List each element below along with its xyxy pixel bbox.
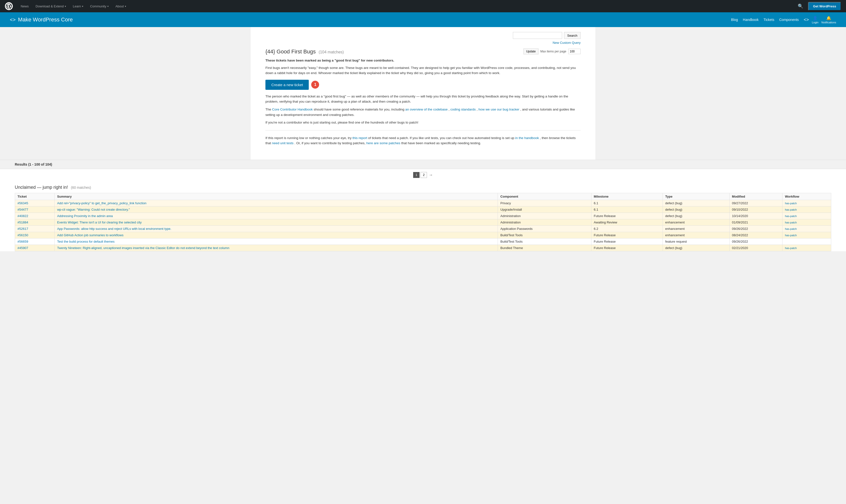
ticket-type: defect (bug) <box>663 213 729 219</box>
ticket-number: #56150 <box>15 232 55 238</box>
ticket-modified: 02/21/2020 <box>729 245 782 251</box>
unclaimed-title-row: Unclaimed — jump right in! (60 matches) <box>15 185 831 190</box>
desc-section-2: The person who marked the ticket as a "g… <box>265 94 581 125</box>
page-2-button[interactable]: 2 <box>421 172 427 178</box>
ticket-type: enhancement <box>663 226 729 232</box>
create-ticket-button[interactable]: Create a new ticket <box>265 80 309 90</box>
ticket-link[interactable]: #56659 <box>17 240 28 244</box>
ticket-title-area: {44} Good First Bugs (104 matches) <box>265 49 344 55</box>
unclaimed-section: Unclaimed — jump right in! (60 matches) … <box>0 181 846 251</box>
ticket-type: feature request <box>663 238 729 245</box>
ticket-link[interactable]: #45907 <box>17 246 28 250</box>
workflow-badge: has-patch <box>785 234 797 237</box>
ticket-summary: Twenty Nineteen: Right-aligned, uncaptio… <box>54 245 498 251</box>
need-unit-tests-link[interactable]: need unit tests <box>272 141 294 145</box>
summary-link[interactable]: Events Widget: There isn't a UI for clea… <box>57 220 142 224</box>
summary-link[interactable]: App Passwords: allow http success and re… <box>57 227 171 231</box>
max-items-label: Max items per page <box>541 50 566 53</box>
ticket-number: #56345 <box>15 200 55 206</box>
ticket-number: #51884 <box>15 219 55 226</box>
nav-item-download[interactable]: Download & Extend ▾ <box>33 0 69 12</box>
core-contributor-handbook-link[interactable]: Core Contributor Handbook <box>272 108 313 111</box>
make-nav-handbook[interactable]: Handbook <box>743 18 759 22</box>
desc-bold: These tickets have been marked as being … <box>265 58 581 63</box>
summary-link[interactable]: Add rel="privacy-policy" to get_the_priv… <box>57 201 146 205</box>
ticket-title: {44} Good First Bugs <box>265 49 316 55</box>
search-button[interactable]: Search <box>564 32 581 39</box>
next-page-arrow[interactable]: → <box>429 173 433 177</box>
table-row: #56659Test the build process for default… <box>15 238 831 245</box>
ticket-component: Application Passwords <box>498 226 591 232</box>
ticket-number: #54477 <box>15 206 55 213</box>
ticket-type: enhancement <box>663 232 729 238</box>
this-report-link[interactable]: this report <box>352 136 367 140</box>
update-button[interactable]: Update <box>524 49 539 54</box>
nav-item-community[interactable]: Community ▾ <box>87 0 111 12</box>
nav-item-learn[interactable]: Learn ▾ <box>70 0 86 12</box>
ticket-modified: 01/09/2021 <box>729 219 782 226</box>
ticket-header: {44} Good First Bugs (104 matches) Updat… <box>265 49 581 55</box>
nav-right: 🔍 Get WordPress <box>796 1 841 11</box>
table-row: #54477wp-cli vague: "Warning: Could not … <box>15 206 831 213</box>
summary-link[interactable]: wp-cli vague: "Warning: Could not create… <box>57 208 130 211</box>
ticket-tbody: #56345Add rel="privacy-policy" to get_th… <box>15 200 831 251</box>
search-icon[interactable]: 🔍 <box>796 1 805 11</box>
max-items-input[interactable] <box>568 49 581 54</box>
make-nav-tickets[interactable]: Tickets <box>763 18 774 22</box>
coding-standards-link[interactable]: coding standards <box>450 108 476 111</box>
nav-items: News Download & Extend ▾ Learn ▾ Communi… <box>18 0 796 12</box>
handbook-link[interactable]: in the handbook <box>515 136 539 140</box>
ticket-workflow <box>782 238 831 245</box>
notifications-link[interactable]: 🔔 Notifications <box>822 16 836 24</box>
ticket-number: #40822 <box>15 213 55 219</box>
login-link[interactable]: 👤 Login <box>812 16 818 24</box>
chevron-down-icon: ▾ <box>82 5 83 7</box>
desc-para-4: If you're not a contributor who is just … <box>265 120 581 125</box>
make-title: <> Make WordPress Core <box>10 17 731 23</box>
ticket-component: Build/Test Tools <box>498 232 591 238</box>
ticket-workflow: has-patch <box>782 200 831 206</box>
workflow-badge: has-patch <box>785 247 797 250</box>
ticket-milestone: Future Release <box>591 232 663 238</box>
nav-item-about[interactable]: About ▾ <box>112 0 129 12</box>
new-custom-query-link[interactable]: New Custom Query <box>265 41 581 44</box>
top-navigation: News Download & Extend ▾ Learn ▾ Communi… <box>0 0 846 12</box>
summary-link[interactable]: Twenty Nineteen: Right-aligned, uncaptio… <box>57 246 229 250</box>
summary-link[interactable]: Addressing Proximity in the admin area <box>57 214 113 218</box>
desc-section-3: If this report is running low or nothing… <box>265 136 581 146</box>
make-nav-blog[interactable]: Blog <box>731 18 738 22</box>
ticket-link[interactable]: #51884 <box>17 220 28 224</box>
patches-link[interactable]: here are some patches <box>366 141 400 145</box>
page-1-button[interactable]: 1 <box>413 172 420 178</box>
wordpress-logo[interactable] <box>5 2 13 10</box>
ticket-milestone: 6.1 <box>591 200 663 206</box>
ticket-summary: Test the build process for default theme… <box>54 238 498 245</box>
ticket-summary: Events Widget: There isn't a UI for clea… <box>54 219 498 226</box>
ticket-link[interactable]: #56150 <box>17 233 28 237</box>
ticket-milestone: 6.1 <box>591 206 663 213</box>
table-row: #52617App Passwords: allow http success … <box>15 226 831 232</box>
ticket-matches: (104 matches) <box>319 50 344 54</box>
ticket-link[interactable]: #52617 <box>17 227 28 231</box>
overview-codebase-link[interactable]: an overview of the codebase <box>405 108 447 111</box>
ticket-milestone: Awaiting Review <box>591 219 663 226</box>
ticket-link[interactable]: #54477 <box>17 208 28 211</box>
summary-link[interactable]: Test the build process for default theme… <box>57 240 114 244</box>
ticket-workflow: has-patch <box>782 219 831 226</box>
ticket-link[interactable]: #40822 <box>17 214 28 218</box>
ticket-modified: 09/10/2022 <box>729 206 782 213</box>
ticket-component: Administration <box>498 213 591 219</box>
get-wordpress-button[interactable]: Get WordPress <box>808 2 841 11</box>
update-area: Update Max items per page <box>524 49 581 54</box>
bug-tracker-link[interactable]: how we use our bug tracker <box>478 108 519 111</box>
make-nav-components[interactable]: Components <box>779 18 799 22</box>
nav-item-news[interactable]: News <box>18 0 32 12</box>
code-bracket-icon[interactable]: <> <box>804 17 809 22</box>
desc-para-3: The Core Contributor Handbook should hav… <box>265 107 581 118</box>
ticket-link[interactable]: #56345 <box>17 201 28 205</box>
summary-link[interactable]: Add GitHub Action job summaries to workf… <box>57 233 124 237</box>
col-milestone: Milestone <box>591 193 663 200</box>
ticket-summary: Addressing Proximity in the admin area <box>54 213 498 219</box>
pagination: 1 2 → <box>0 169 846 181</box>
search-input[interactable] <box>513 32 562 39</box>
